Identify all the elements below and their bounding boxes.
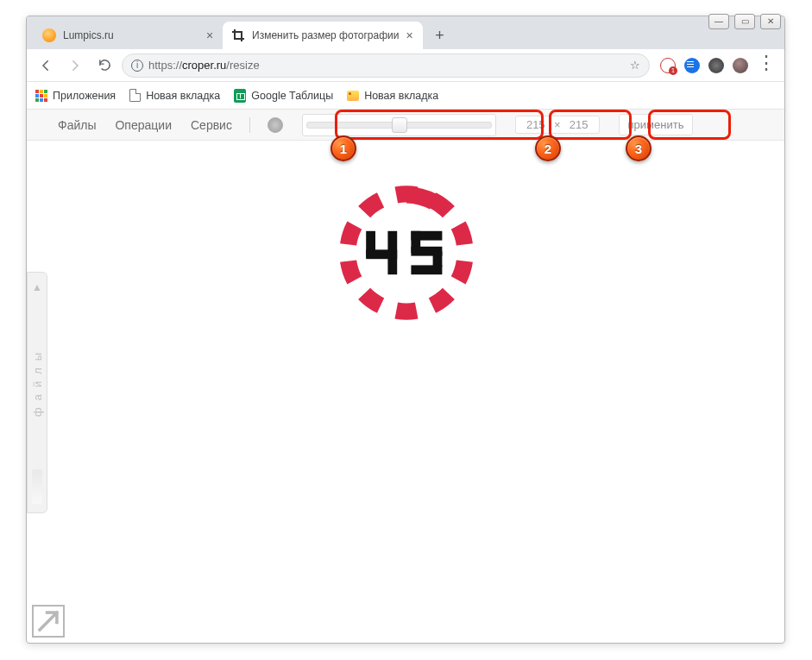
tab-strip: Lumpics.ru Изменить размер фотографии + — [27, 16, 784, 49]
external-link-icon[interactable] — [32, 605, 65, 638]
close-tab-icon[interactable] — [406, 31, 414, 40]
svg-rect-2 — [387, 231, 397, 274]
maximize-button[interactable]: ▭ — [734, 14, 755, 29]
extension-icons — [655, 58, 777, 73]
side-panel-label: файлы — [31, 293, 44, 469]
width-input[interactable] — [521, 118, 551, 131]
site-info-icon[interactable]: i — [131, 60, 143, 72]
google-sheets-icon — [234, 89, 246, 103]
favicon-croper — [231, 28, 245, 42]
side-panel-tab[interactable]: ▲ файлы — [27, 272, 47, 513]
tab-lumpics[interactable]: Lumpics.ru — [34, 22, 223, 49]
bookmark-label: Приложения — [53, 90, 116, 102]
height-input[interactable] — [564, 118, 594, 131]
url-text: https://croper.ru/resize — [148, 59, 625, 72]
close-tab-icon[interactable] — [206, 31, 215, 40]
side-panel-handle — [32, 469, 42, 504]
nav-back-button[interactable] — [34, 53, 58, 78]
address-bar[interactable]: i https://croper.ru/resize ☆ — [122, 53, 650, 78]
toolbar-separator — [249, 117, 250, 133]
chevron-up-icon: ▲ — [32, 281, 42, 293]
nav-reload-button[interactable] — [92, 53, 116, 78]
menu-files[interactable]: Файлы — [58, 118, 96, 132]
close-window-button[interactable]: ✕ — [760, 14, 781, 29]
menu-service[interactable]: Сервис — [191, 118, 232, 132]
slider-thumb[interactable] — [392, 117, 407, 133]
bookmark-apps[interactable]: Приложения — [35, 90, 116, 102]
resize-slider[interactable] — [302, 114, 496, 136]
times-symbol: × — [554, 118, 561, 131]
menu-operations[interactable]: Операции — [115, 118, 172, 132]
bookmark-gsheets[interactable]: Google Таблицы — [234, 89, 333, 103]
canvas-area: ▲ файлы — [27, 141, 784, 643]
address-bar-row: i https://croper.ru/resize ☆ — [27, 49, 784, 82]
slider-track — [306, 122, 492, 129]
browser-window: — ▭ ✕ Lumpics.ru Изменить размер фотогра… — [26, 16, 785, 644]
extension-adblock-icon[interactable] — [660, 58, 676, 73]
apply-button[interactable]: применить — [619, 114, 694, 135]
window-controls: — ▭ ✕ — [703, 11, 786, 32]
bookmark-star-icon[interactable]: ☆ — [630, 59, 640, 72]
preview-image — [329, 175, 484, 330]
app-toolbar: Файлы Операции Сервис × применить 1 2 3 — [27, 110, 784, 141]
apps-icon — [35, 90, 47, 102]
bookmark-label: Google Таблицы — [251, 90, 333, 102]
tab-title: Изменить размер фотографии — [252, 29, 399, 41]
tab-croper[interactable]: Изменить размер фотографии — [223, 22, 423, 49]
nav-forward-button[interactable] — [63, 53, 87, 78]
favicon-lumpics — [42, 28, 56, 42]
bookmarks-bar: Приложения Новая вкладка Google Таблицы … — [27, 82, 784, 110]
toolbar-thumbnail-icon[interactable] — [268, 117, 283, 133]
new-tab-button[interactable]: + — [427, 23, 451, 47]
bookmark-newtab-2[interactable]: Новая вкладка — [347, 90, 438, 102]
browser-menu-icon[interactable] — [757, 58, 772, 73]
bookmark-newtab-1[interactable]: Новая вкладка — [129, 89, 220, 102]
svg-rect-7 — [411, 265, 442, 274]
extension-globe-icon[interactable] — [684, 58, 700, 73]
document-icon — [129, 89, 141, 102]
minimize-button[interactable]: — — [708, 14, 729, 29]
dimensions-box: × — [515, 116, 600, 134]
photo-icon — [347, 91, 359, 101]
svg-rect-6 — [433, 251, 443, 267]
tab-title: Lumpics.ru — [63, 29, 199, 41]
profile-avatar[interactable] — [733, 58, 748, 73]
extension-dark-icon[interactable] — [708, 58, 724, 73]
bookmark-label: Новая вкладка — [364, 90, 438, 102]
bookmark-label: Новая вкладка — [146, 90, 220, 102]
